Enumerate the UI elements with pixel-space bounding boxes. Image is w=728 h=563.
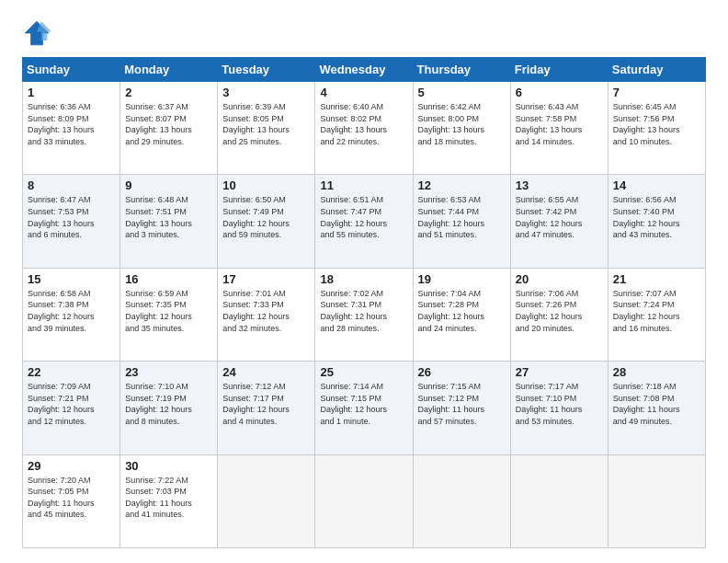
calendar-cell: 1Sunrise: 6:36 AM Sunset: 8:09 PM Daylig… bbox=[23, 82, 120, 175]
week-row-2: 8Sunrise: 6:47 AM Sunset: 7:53 PM Daylig… bbox=[23, 175, 706, 268]
day-number: 29 bbox=[28, 459, 115, 473]
day-number: 30 bbox=[125, 459, 212, 473]
calendar-cell: 9Sunrise: 6:48 AM Sunset: 7:51 PM Daylig… bbox=[120, 175, 218, 268]
calendar-cell: 10Sunrise: 6:50 AM Sunset: 7:49 PM Dayli… bbox=[218, 175, 315, 268]
day-info: Sunrise: 6:51 AM Sunset: 7:47 PM Dayligh… bbox=[320, 194, 407, 240]
day-info: Sunrise: 6:56 AM Sunset: 7:40 PM Dayligh… bbox=[613, 194, 700, 240]
week-row-5: 29Sunrise: 7:20 AM Sunset: 7:05 PM Dayli… bbox=[23, 454, 706, 547]
calendar-cell: 16Sunrise: 6:59 AM Sunset: 7:35 PM Dayli… bbox=[120, 268, 218, 361]
weekday-header-row: SundayMondayTuesdayWednesdayThursdayFrid… bbox=[23, 58, 706, 82]
calendar-cell bbox=[218, 454, 315, 547]
day-info: Sunrise: 7:17 AM Sunset: 7:10 PM Dayligh… bbox=[516, 381, 603, 427]
calendar-cell: 17Sunrise: 7:01 AM Sunset: 7:33 PM Dayli… bbox=[218, 268, 315, 361]
calendar-cell: 20Sunrise: 7:06 AM Sunset: 7:26 PM Dayli… bbox=[510, 268, 608, 361]
calendar-cell: 14Sunrise: 6:56 AM Sunset: 7:40 PM Dayli… bbox=[608, 175, 705, 268]
weekday-header-thursday: Thursday bbox=[413, 58, 510, 82]
weekday-header-saturday: Saturday bbox=[608, 58, 705, 82]
calendar-cell: 25Sunrise: 7:14 AM Sunset: 7:15 PM Dayli… bbox=[315, 362, 413, 454]
day-info: Sunrise: 7:06 AM Sunset: 7:26 PM Dayligh… bbox=[516, 288, 603, 334]
day-info: Sunrise: 6:45 AM Sunset: 7:56 PM Dayligh… bbox=[613, 101, 700, 147]
day-number: 16 bbox=[125, 272, 212, 286]
day-info: Sunrise: 7:01 AM Sunset: 7:33 PM Dayligh… bbox=[222, 288, 310, 334]
day-info: Sunrise: 6:36 AM Sunset: 8:09 PM Dayligh… bbox=[28, 101, 115, 147]
day-number: 12 bbox=[418, 178, 506, 192]
day-number: 20 bbox=[516, 272, 603, 286]
day-info: Sunrise: 7:20 AM Sunset: 7:05 PM Dayligh… bbox=[28, 475, 115, 521]
day-number: 25 bbox=[320, 365, 407, 379]
weekday-header-friday: Friday bbox=[510, 58, 608, 82]
calendar-table: SundayMondayTuesdayWednesdayThursdayFrid… bbox=[22, 57, 706, 548]
calendar-cell: 29Sunrise: 7:20 AM Sunset: 7:05 PM Dayli… bbox=[23, 454, 120, 547]
day-number: 23 bbox=[125, 365, 212, 379]
day-info: Sunrise: 7:02 AM Sunset: 7:31 PM Dayligh… bbox=[320, 288, 407, 334]
day-info: Sunrise: 7:09 AM Sunset: 7:21 PM Dayligh… bbox=[28, 381, 115, 427]
calendar-cell: 26Sunrise: 7:15 AM Sunset: 7:12 PM Dayli… bbox=[413, 362, 510, 454]
calendar-cell: 23Sunrise: 7:10 AM Sunset: 7:19 PM Dayli… bbox=[120, 362, 218, 454]
day-info: Sunrise: 7:22 AM Sunset: 7:03 PM Dayligh… bbox=[125, 475, 212, 521]
week-row-3: 15Sunrise: 6:58 AM Sunset: 7:38 PM Dayli… bbox=[23, 268, 706, 361]
calendar-cell: 18Sunrise: 7:02 AM Sunset: 7:31 PM Dayli… bbox=[315, 268, 413, 361]
week-row-4: 22Sunrise: 7:09 AM Sunset: 7:21 PM Dayli… bbox=[23, 362, 706, 454]
day-info: Sunrise: 7:04 AM Sunset: 7:28 PM Dayligh… bbox=[418, 288, 506, 334]
day-number: 18 bbox=[320, 272, 407, 286]
weekday-header-wednesday: Wednesday bbox=[315, 58, 413, 82]
day-number: 1 bbox=[28, 86, 115, 99]
day-info: Sunrise: 6:37 AM Sunset: 8:07 PM Dayligh… bbox=[125, 101, 212, 147]
day-number: 17 bbox=[222, 272, 310, 286]
day-info: Sunrise: 7:07 AM Sunset: 7:24 PM Dayligh… bbox=[613, 288, 700, 334]
day-info: Sunrise: 6:58 AM Sunset: 7:38 PM Dayligh… bbox=[28, 288, 115, 334]
day-number: 14 bbox=[613, 178, 700, 192]
calendar-cell: 27Sunrise: 7:17 AM Sunset: 7:10 PM Dayli… bbox=[510, 362, 608, 454]
day-number: 26 bbox=[418, 365, 506, 379]
calendar-cell: 30Sunrise: 7:22 AM Sunset: 7:03 PM Dayli… bbox=[120, 454, 218, 547]
calendar-cell: 28Sunrise: 7:18 AM Sunset: 7:08 PM Dayli… bbox=[608, 362, 705, 454]
day-info: Sunrise: 6:43 AM Sunset: 7:58 PM Dayligh… bbox=[516, 101, 603, 147]
day-number: 9 bbox=[125, 178, 212, 192]
day-info: Sunrise: 6:47 AM Sunset: 7:53 PM Dayligh… bbox=[28, 194, 115, 240]
day-number: 8 bbox=[28, 178, 115, 192]
calendar-cell: 19Sunrise: 7:04 AM Sunset: 7:28 PM Dayli… bbox=[413, 268, 510, 361]
header bbox=[22, 18, 706, 48]
day-info: Sunrise: 6:53 AM Sunset: 7:44 PM Dayligh… bbox=[418, 194, 506, 240]
day-number: 21 bbox=[613, 272, 700, 286]
day-number: 22 bbox=[28, 365, 115, 379]
day-number: 2 bbox=[125, 86, 212, 99]
calendar-cell: 3Sunrise: 6:39 AM Sunset: 8:05 PM Daylig… bbox=[218, 82, 315, 175]
day-number: 5 bbox=[418, 86, 506, 99]
calendar-cell: 12Sunrise: 6:53 AM Sunset: 7:44 PM Dayli… bbox=[413, 175, 510, 268]
logo-icon bbox=[22, 18, 51, 48]
weekday-header-sunday: Sunday bbox=[23, 58, 120, 82]
calendar-cell: 22Sunrise: 7:09 AM Sunset: 7:21 PM Dayli… bbox=[23, 362, 120, 454]
day-info: Sunrise: 6:39 AM Sunset: 8:05 PM Dayligh… bbox=[222, 101, 310, 147]
day-number: 6 bbox=[516, 86, 603, 99]
calendar-cell bbox=[510, 454, 608, 547]
calendar-cell: 7Sunrise: 6:45 AM Sunset: 7:56 PM Daylig… bbox=[608, 82, 705, 175]
weekday-header-tuesday: Tuesday bbox=[218, 58, 315, 82]
calendar-cell: 21Sunrise: 7:07 AM Sunset: 7:24 PM Dayli… bbox=[608, 268, 705, 361]
day-info: Sunrise: 7:14 AM Sunset: 7:15 PM Dayligh… bbox=[320, 381, 407, 427]
calendar-cell: 13Sunrise: 6:55 AM Sunset: 7:42 PM Dayli… bbox=[510, 175, 608, 268]
calendar-cell: 15Sunrise: 6:58 AM Sunset: 7:38 PM Dayli… bbox=[23, 268, 120, 361]
weekday-header-monday: Monday bbox=[120, 58, 218, 82]
day-info: Sunrise: 6:59 AM Sunset: 7:35 PM Dayligh… bbox=[125, 288, 212, 334]
calendar-cell bbox=[315, 454, 413, 547]
day-number: 10 bbox=[222, 178, 310, 192]
day-info: Sunrise: 7:15 AM Sunset: 7:12 PM Dayligh… bbox=[418, 381, 506, 427]
day-info: Sunrise: 6:48 AM Sunset: 7:51 PM Dayligh… bbox=[125, 194, 212, 240]
day-info: Sunrise: 6:40 AM Sunset: 8:02 PM Dayligh… bbox=[320, 101, 407, 147]
day-number: 15 bbox=[28, 272, 115, 286]
day-info: Sunrise: 7:12 AM Sunset: 7:17 PM Dayligh… bbox=[222, 381, 310, 427]
calendar-cell: 4Sunrise: 6:40 AM Sunset: 8:02 PM Daylig… bbox=[315, 82, 413, 175]
day-info: Sunrise: 7:10 AM Sunset: 7:19 PM Dayligh… bbox=[125, 381, 212, 427]
day-number: 28 bbox=[613, 365, 700, 379]
day-number: 27 bbox=[516, 365, 603, 379]
calendar-cell bbox=[608, 454, 705, 547]
day-number: 3 bbox=[222, 86, 310, 99]
day-number: 19 bbox=[418, 272, 506, 286]
day-info: Sunrise: 6:42 AM Sunset: 8:00 PM Dayligh… bbox=[418, 101, 506, 147]
day-number: 7 bbox=[613, 86, 700, 99]
calendar-cell: 6Sunrise: 6:43 AM Sunset: 7:58 PM Daylig… bbox=[510, 82, 608, 175]
calendar-cell: 8Sunrise: 6:47 AM Sunset: 7:53 PM Daylig… bbox=[23, 175, 120, 268]
day-info: Sunrise: 6:50 AM Sunset: 7:49 PM Dayligh… bbox=[222, 194, 310, 240]
calendar-cell: 2Sunrise: 6:37 AM Sunset: 8:07 PM Daylig… bbox=[120, 82, 218, 175]
